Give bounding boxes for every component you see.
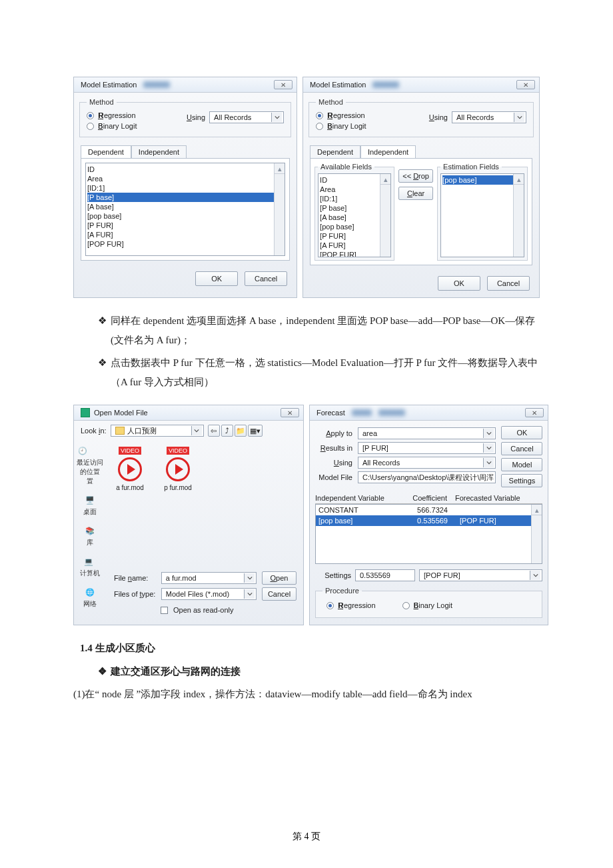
newfolder-icon[interactable]: 📁 [235, 425, 247, 437]
results-label: Results in [315, 444, 352, 452]
table-row[interactable]: CONSTANT 566.7324 [316, 505, 542, 515]
computer-icon[interactable]: 💻 [80, 554, 97, 569]
list-item[interactable]: [POP FUR] [87, 239, 283, 249]
filename-input[interactable]: a fur.mod [161, 572, 257, 584]
using-label: Using [429, 113, 448, 121]
table-row[interactable]: [pop base] 0.535569 [POP FUR] [316, 515, 542, 526]
radio-regression[interactable]: RRegression [316, 110, 366, 121]
radio-binary[interactable]: BBinary Logit [87, 121, 137, 131]
file-item[interactable]: VIDEO p fur.mod [159, 446, 197, 567]
cancel-button[interactable]: Cancel [262, 587, 297, 601]
list-item[interactable]: [A base] [320, 213, 389, 222]
cancel-button[interactable]: Cancel [501, 442, 542, 455]
list-item[interactable]: Area [320, 185, 389, 194]
chevron-down-icon [244, 589, 255, 599]
bullet-text: 点击数据表中 P fur 下任意一格，选 statistics—Model Ev… [111, 353, 540, 391]
network-icon[interactable]: 🌐 [81, 585, 99, 599]
places-sidebar: 🕘最近访问的位置置 🖥️桌面 📚库 💻计算机 🌐网络 [74, 441, 106, 567]
clear-button[interactable]: Clear [398, 187, 433, 200]
ok-button[interactable]: OK [438, 276, 480, 291]
list-item[interactable]: [A base] [87, 202, 283, 211]
tab-independent[interactable]: Independent [360, 145, 416, 158]
list-item[interactable]: [A FUR] [87, 230, 283, 239]
chevron-down-icon [271, 113, 282, 122]
scrollbar[interactable]: ▴ [274, 163, 285, 255]
radio-regression[interactable]: RRegression [87, 110, 137, 121]
folder-name: 人口预测 [127, 426, 157, 436]
list-item[interactable]: [A FUR] [320, 241, 389, 250]
list-item[interactable]: [ID:1] [87, 183, 283, 193]
list-item[interactable]: ID [87, 165, 283, 174]
radio-binary[interactable]: BBinary Logit [316, 121, 366, 131]
close-icon[interactable]: ✕ [281, 408, 299, 417]
recent-icon[interactable]: 🕘 [74, 443, 91, 458]
modelfile-input[interactable]: C:\Users\yangna\Desktop\课程设计\周浑 [358, 471, 496, 483]
close-icon[interactable]: ✕ [525, 408, 544, 417]
applyto-select[interactable]: area [358, 427, 496, 439]
list-item[interactable]: [P FUR] [87, 221, 283, 230]
scrollbar[interactable]: ▴ [513, 174, 524, 257]
titlebar[interactable]: Forecast ✕ [310, 405, 548, 421]
settings-input-1[interactable]: 0.535569 [355, 569, 415, 581]
library-icon[interactable]: 📚 [81, 523, 99, 538]
available-listbox[interactable]: ID Area [ID:1] [P base] [A base] [pop ba… [318, 173, 391, 257]
scrollbar[interactable]: ▴ [531, 505, 542, 563]
settings-input-2[interactable]: [POP FUR] [419, 569, 542, 581]
using-select[interactable]: All Records [209, 111, 284, 123]
file-list[interactable]: VIDEO a fur.mod VIDEO p fur.mod [106, 441, 303, 567]
cancel-button[interactable]: Cancel [487, 276, 530, 291]
tab-independent[interactable]: Independent [131, 145, 187, 158]
up-icon[interactable]: ⤴ [221, 425, 233, 437]
paragraph: (1)在“ node 层 ”添加字段 index，操作方法：dataview—m… [73, 685, 540, 704]
settings-button[interactable]: Settings [501, 474, 542, 487]
list-item[interactable]: Area [87, 174, 283, 183]
lookin-select[interactable]: 人口预测 [111, 425, 204, 437]
desktop-icon[interactable]: 🖥️ [81, 493, 99, 507]
list-item[interactable]: [P FUR] [320, 231, 389, 241]
back-icon[interactable]: ⇦ [208, 425, 220, 437]
using-select[interactable]: All Records [452, 111, 526, 123]
drop-button[interactable]: << Drop [398, 169, 433, 183]
tab-dependent[interactable]: Dependent [81, 145, 131, 158]
tab-dependent[interactable]: Dependent [310, 145, 360, 158]
fieldset-legend: Procedure [322, 587, 362, 595]
resultsin-select[interactable]: [P FUR] [358, 442, 496, 454]
list-item[interactable]: [ID:1] [320, 194, 389, 203]
ok-button[interactable]: OK [501, 426, 542, 439]
open-button[interactable]: Open [262, 571, 297, 585]
scrollbar[interactable]: ▴ [380, 174, 390, 257]
cancel-button[interactable]: Cancel [245, 271, 287, 286]
model-button[interactable]: Model [501, 458, 542, 471]
sidebar-label: 库 [81, 538, 99, 547]
radio-label: Binary Logit [414, 601, 452, 609]
radio-label: Regression [338, 601, 376, 609]
close-icon[interactable]: ✕ [516, 80, 535, 89]
estimation-listbox[interactable]: [pop base] ▴ [440, 173, 524, 257]
blurred-area [352, 409, 372, 416]
radio-label: Binary Logit [98, 122, 137, 130]
fields-listbox[interactable]: ID Area [ID:1] [P base] [A base] [pop ba… [85, 163, 285, 256]
views-icon[interactable]: ▦▾ [248, 425, 263, 437]
titlebar[interactable]: Model Estimation ✕ [74, 77, 297, 93]
close-icon[interactable]: ✕ [274, 80, 293, 89]
forecast-dialog: Forecast ✕ Apply to area Results in [P F… [309, 405, 548, 625]
list-item[interactable]: [P base] [87, 193, 283, 202]
filetype-select[interactable]: Model Files (*.mod) [161, 588, 257, 600]
chevron-down-icon [483, 443, 494, 453]
list-item[interactable]: [POP FUR] [320, 250, 389, 257]
list-item[interactable]: [pop base] [442, 175, 522, 185]
ok-button[interactable]: OK [195, 271, 238, 286]
radio-binary[interactable]: BBinary Logit [402, 600, 452, 611]
titlebar[interactable]: Model Estimation ✕ [303, 77, 539, 93]
readonly-label: Open as read-only [173, 606, 234, 614]
using-select[interactable]: All Records [358, 457, 496, 469]
list-item[interactable]: [P base] [320, 203, 389, 213]
forecast-table[interactable]: CONSTANT 566.7324 [pop base] 0.535569 [P… [315, 504, 542, 564]
list-item[interactable]: ID [320, 175, 389, 185]
checkbox[interactable] [161, 607, 168, 614]
titlebar[interactable]: Open Model File ✕ [74, 405, 303, 421]
file-item[interactable]: VIDEO a fur.mod [111, 446, 149, 567]
radio-regression[interactable]: RRegression [326, 600, 376, 611]
list-item[interactable]: [pop base] [320, 222, 389, 231]
list-item[interactable]: [pop base] [87, 211, 283, 221]
